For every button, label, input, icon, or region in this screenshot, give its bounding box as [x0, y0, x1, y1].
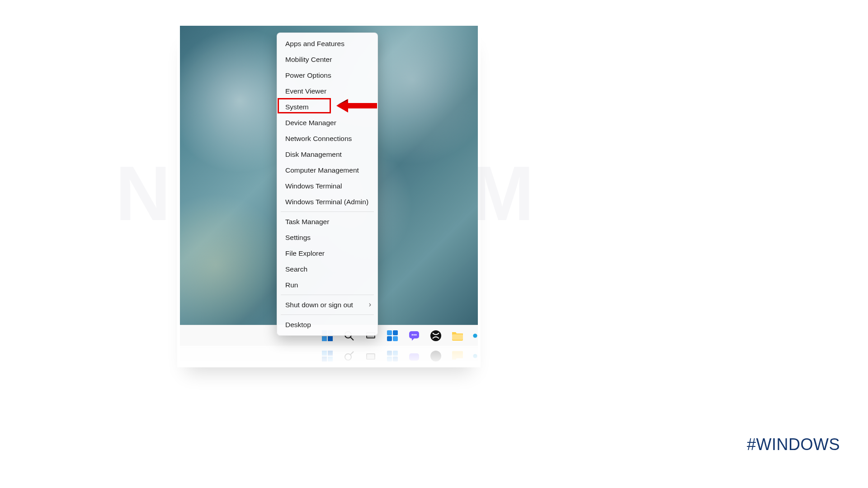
svg-rect-31: [409, 353, 419, 361]
svg-rect-26: [367, 354, 374, 359]
svg-rect-21: [322, 351, 327, 356]
menu-item-device-manager[interactable]: Device Manager: [277, 115, 377, 131]
chat-icon[interactable]: [408, 329, 420, 342]
svg-line-5: [350, 337, 354, 340]
menu-item-disk-management[interactable]: Disk Management: [277, 146, 377, 162]
svg-point-13: [411, 334, 413, 335]
file-explorer-icon[interactable]: [451, 329, 464, 342]
menu-item-system[interactable]: System: [277, 99, 377, 115]
menu-item-run[interactable]: Run: [277, 277, 377, 293]
svg-rect-29: [387, 351, 392, 356]
svg-point-15: [415, 334, 416, 335]
svg-rect-28: [393, 357, 398, 361]
menu-item-event-viewer[interactable]: Event Viewer: [277, 83, 377, 99]
menu-item-computer-management[interactable]: Computer Management: [277, 162, 377, 178]
menu-item-desktop[interactable]: Desktop: [277, 317, 377, 333]
menu-item-shut-down-or-sign-out[interactable]: Shut down or sign out: [277, 297, 377, 313]
xbox-icon[interactable]: [429, 329, 442, 342]
menu-item-network-connections[interactable]: Network Connections: [277, 131, 377, 146]
svg-rect-20: [328, 357, 333, 361]
svg-rect-8: [387, 330, 392, 335]
svg-rect-9: [393, 330, 398, 335]
menu-item-task-manager[interactable]: Task Manager: [277, 214, 377, 230]
svg-rect-17: [452, 334, 463, 340]
svg-line-24: [350, 352, 354, 355]
winx-context-menu: Apps and Features Mobility Center Power …: [277, 33, 378, 336]
svg-point-33: [473, 354, 477, 358]
svg-point-14: [413, 334, 415, 335]
menu-item-mobility-center[interactable]: Mobility Center: [277, 52, 377, 67]
edge-icon[interactable]: [473, 329, 477, 342]
menu-item-file-explorer[interactable]: File Explorer: [277, 245, 377, 261]
svg-rect-2: [322, 336, 327, 341]
taskbar-reflection: [180, 346, 478, 366]
screenshot-frame: Apps and Features Mobility Center Power …: [180, 26, 478, 349]
svg-rect-10: [387, 336, 392, 341]
menu-separator: [281, 295, 374, 295]
watermark-right: M: [470, 149, 532, 238]
watermark-left: N: [115, 149, 168, 238]
svg-rect-30: [393, 351, 398, 356]
svg-rect-11: [393, 336, 398, 341]
menu-item-power-options[interactable]: Power Options: [277, 67, 377, 83]
svg-point-18: [473, 333, 477, 338]
menu-item-apps-and-features[interactable]: Apps and Features: [277, 36, 377, 52]
widgets-icon[interactable]: [386, 329, 399, 342]
menu-item-windows-terminal-admin[interactable]: Windows Terminal (Admin): [277, 194, 377, 210]
menu-separator: [281, 314, 374, 315]
svg-rect-19: [322, 357, 327, 361]
svg-rect-3: [328, 336, 333, 341]
menu-item-windows-terminal[interactable]: Windows Terminal: [277, 178, 377, 194]
svg-point-16: [430, 330, 441, 341]
svg-rect-27: [387, 357, 392, 361]
svg-point-32: [430, 351, 441, 361]
svg-point-23: [345, 354, 351, 360]
menu-item-settings[interactable]: Settings: [277, 230, 377, 245]
hashtag-label: #WINDOWS: [747, 435, 840, 454]
menu-separator: [281, 211, 374, 212]
menu-item-search[interactable]: Search: [277, 261, 377, 277]
svg-rect-22: [328, 351, 333, 356]
